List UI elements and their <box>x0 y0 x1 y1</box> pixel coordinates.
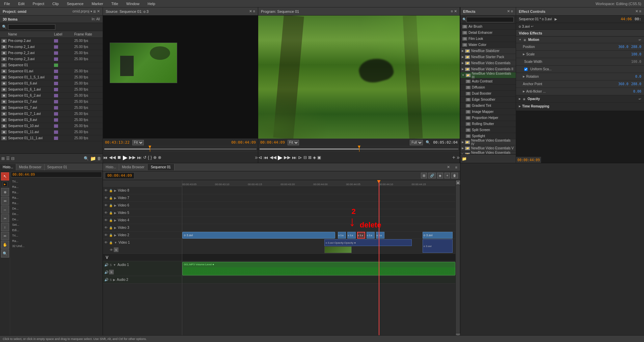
tl-delete-btn[interactable]: 🗑 <box>451 173 458 178</box>
menu-help[interactable]: Help <box>146 1 157 6</box>
effect-item-film-look[interactable]: ⊡ Film Look <box>460 36 516 42</box>
tl-snap-btn[interactable]: ⊞ <box>421 173 427 178</box>
prog-ctrl-lift[interactable]: ⊟ <box>303 155 307 160</box>
source-timecode-in[interactable]: 00:43:13:22 <box>105 140 130 145</box>
track-lane-v3[interactable] <box>182 224 455 231</box>
track-mute-a2[interactable]: 🔊 <box>104 278 108 282</box>
track-expand-v2[interactable]: ▶ <box>114 234 116 237</box>
track-expand-a1[interactable]: ▼ <box>113 263 116 267</box>
list-item[interactable]: ▣ Sequence 01_6_1.avi 25.00 fps <box>0 87 103 93</box>
prog-ctrl-add-marker[interactable]: ◈ <box>313 155 316 160</box>
scale-row[interactable]: ▶ Scale 100.0 <box>516 51 644 58</box>
source-ctrl-go-start[interactable]: ⏮ <box>103 155 108 160</box>
ec-bottom-timecode[interactable]: 00:00:44:09 <box>517 158 540 162</box>
ec-menu-btn[interactable]: ≡ <box>639 9 641 14</box>
prog-ctrl-step-fwd[interactable]: ▶▶ <box>284 155 291 160</box>
track-lane-v2[interactable]: o 3.avi o 3.a o 3.a o 3.a o <box>182 231 455 239</box>
effect-folder-stabilizer[interactable]: ▶ 📁 NewBlue Stabilizer <box>460 48 516 54</box>
clip-v2-s3[interactable]: o 3.a <box>357 232 365 239</box>
source-ctrl-stop[interactable]: ⏹ <box>117 155 122 160</box>
icon-new-item[interactable]: 📁 <box>90 156 96 161</box>
timeline-ruler[interactable]: 00:00:43:05 00:00:43:10 00:00:43:15 00:0… <box>182 180 455 187</box>
track-lock-v1[interactable]: 🔒 <box>109 241 113 244</box>
menu-sequence[interactable]: Sequence <box>65 1 85 6</box>
history-item[interactable]: De... <box>11 206 102 211</box>
effect-item-edge-smoother[interactable]: ⊡ Edge Smoother <box>460 97 516 103</box>
effect-item-detail-enhancer[interactable]: ⊡ Detail Enhancer <box>460 30 516 36</box>
menu-clip[interactable]: Clip <box>51 1 60 6</box>
effects-menu-btn[interactable]: ≡ <box>511 9 513 14</box>
anchor-point-row[interactable]: Anchor Point 360.0 288.0 <box>516 80 644 88</box>
history-item[interactable]: Ra... <box>11 195 102 200</box>
menu-project[interactable]: Project <box>31 1 46 6</box>
timeline-tab-histo[interactable]: Histo... <box>103 164 119 170</box>
track-lock-v5[interactable]: 🔒 <box>109 211 113 215</box>
motion-header-row[interactable]: ▼ ◉ Motion ↩ <box>516 36 644 43</box>
tab-sequence[interactable]: Sequence 01 <box>45 164 70 170</box>
source-more-btn[interactable]: » <box>255 154 258 161</box>
source-ctrl-overwrite[interactable]: ⊗ <box>158 155 161 160</box>
list-item[interactable]: ▣ Sequence 01_11_1.avi 25.00 fps <box>0 135 103 141</box>
track-expand-v5[interactable]: ▶ <box>114 211 116 215</box>
tool-hand[interactable]: ✋ <box>1 241 9 249</box>
prog-ctrl-go-end[interactable]: ⏭ <box>292 155 297 160</box>
source-ctrl-step-fwd[interactable]: ▶▶ <box>129 155 136 160</box>
prog-ctrl-extract[interactable]: ⊠ <box>308 155 312 160</box>
ec-timecode2[interactable]: 00: <box>635 17 641 21</box>
icon-delete-item[interactable]: 🗑 <box>97 156 101 161</box>
timeline-scrollbar-v[interactable]: ▲ ▼ <box>455 180 460 338</box>
tool-track-select[interactable]: ⊕ <box>1 188 9 196</box>
tl-add-marker-btn[interactable]: ◈ <box>437 173 443 178</box>
tool-rate[interactable]: ↔ <box>1 205 9 214</box>
motion-reset-btn[interactable]: ↩ <box>639 38 641 42</box>
time-display[interactable]: 00:00:44:09 <box>11 172 102 177</box>
track-eye-v1-sub[interactable]: 👁 <box>110 248 113 252</box>
history-item[interactable]: Tri... <box>11 179 102 184</box>
history-item[interactable]: Ra... <box>11 190 102 195</box>
track-expand-v7[interactable]: ▶ <box>114 196 116 200</box>
timeline-timecode[interactable]: 00:00:44:09 <box>105 172 134 179</box>
project-menu-btn[interactable]: ≡ <box>93 9 96 14</box>
prog-more-btn[interactable]: » <box>457 154 460 161</box>
source-ctrl-mark-in[interactable]: { <box>148 155 149 160</box>
effects-close-btn[interactable]: ✕ <box>507 9 510 14</box>
tab-history[interactable]: Histo... <box>0 164 16 170</box>
tool-razor[interactable]: ✂ <box>1 214 9 222</box>
effect-item-image-mapper[interactable]: ⊡ Image Mapper <box>460 109 516 115</box>
effects-goto-icon[interactable]: 📁 <box>462 156 467 161</box>
source-menu-btn[interactable]: ≡ <box>253 9 255 14</box>
uniform-scale-checkbox[interactable] <box>524 68 528 71</box>
project-collapse-btn[interactable]: ▾ <box>90 9 92 13</box>
program-close-btn[interactable]: ✕ <box>454 9 457 14</box>
track-solo-a1[interactable]: S <box>110 263 112 267</box>
scale-value[interactable]: 100.0 <box>631 52 641 56</box>
tool-pen[interactable]: ✏ <box>1 232 9 240</box>
motion-collapse-arrow[interactable]: ▼ <box>519 38 521 41</box>
tool-ripple[interactable]: ⇔ <box>1 197 9 205</box>
history-item[interactable]: Tri... <box>11 233 102 238</box>
timeline-menu-btn[interactable]: ≡ <box>453 165 460 169</box>
anchor-y[interactable]: 288.0 <box>631 82 641 86</box>
track-lane-v7[interactable] <box>182 194 455 202</box>
effect-item-auto-contrast[interactable]: ⊡ Auto Contrast <box>460 78 516 84</box>
tool-zoom[interactable]: 🔍 <box>1 249 9 258</box>
scale-collapse[interactable]: ▶ <box>523 53 525 56</box>
opacity-collapse[interactable]: ▶ <box>519 97 521 100</box>
timeline-tab-sequence[interactable]: Sequence 01 <box>147 164 175 170</box>
list-item[interactable]: ▣ Sequence 01_10.avi 25.00 fps <box>0 123 103 129</box>
history-item[interactable]: De... <box>11 217 102 222</box>
track-lane-v6[interactable] <box>182 202 455 209</box>
program-zoom-select[interactable]: Fit <box>288 140 299 145</box>
effect-item-split-screen[interactable]: ⊡ Split Screen <box>460 127 516 133</box>
menu-file[interactable]: File <box>3 1 11 6</box>
tl-link-btn[interactable]: 🔗 <box>428 173 436 178</box>
prog-ctrl-go-start[interactable]: ⏮ <box>264 155 268 160</box>
project-search-input[interactable] <box>8 24 55 30</box>
rotation-collapse[interactable]: ▶ <box>523 75 525 78</box>
anchor-x[interactable]: 360.0 <box>618 82 628 86</box>
clip-v1-opacity[interactable]: o 3.avi Opacity:Opacity ● <box>324 239 412 246</box>
clip-v2-s1[interactable]: o 3.a <box>338 232 346 239</box>
track-lane-v5[interactable] <box>182 209 455 217</box>
effect-item-diffusion[interactable]: ⊡ Diffusion <box>460 84 516 91</box>
track-lock-v4[interactable]: 🔒 <box>109 219 113 222</box>
